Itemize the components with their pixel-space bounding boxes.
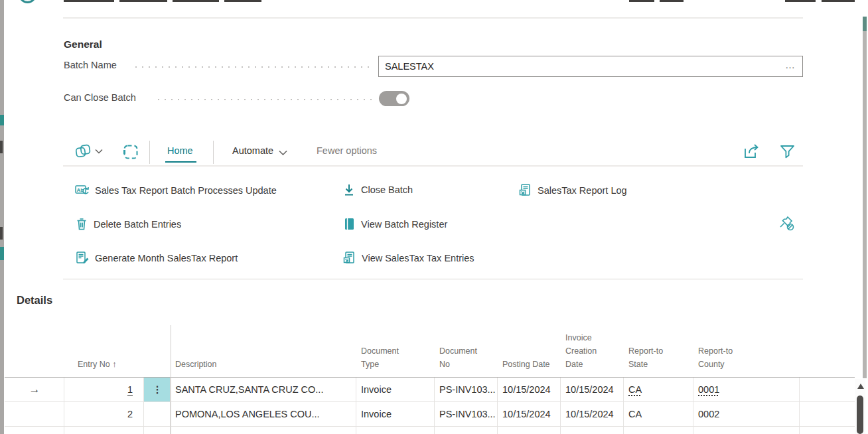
partial-row-cell[interactable]	[561, 427, 624, 434]
freeze-pane-divider	[171, 325, 171, 434]
batch-name-label: Batch Name	[64, 60, 117, 70]
tab-home-active-underline	[165, 161, 196, 163]
cell-entry-no[interactable]: 2	[64, 402, 144, 427]
details-table: Entry No ↑ Description Document Type Doc…	[5, 325, 855, 434]
col-header-indicator	[5, 325, 64, 378]
cell-report-to-county[interactable]: 0001	[693, 378, 800, 402]
cell-filler	[800, 378, 855, 402]
switch-actions-icon[interactable]	[74, 143, 94, 161]
design-mode-icon[interactable]	[123, 144, 139, 160]
col-header-report-to-county[interactable]: Report-to County	[693, 325, 800, 378]
partial-row-cell[interactable]	[624, 427, 693, 434]
cell-report-to-state[interactable]: CA	[624, 402, 693, 427]
clipped-toolbar-fragment	[629, 0, 654, 2]
generate-report-icon	[75, 251, 90, 265]
menu-divider	[213, 141, 214, 164]
action-salestax-report-log[interactable]: SalesTax Report Log	[518, 183, 627, 197]
chevron-down-icon	[279, 150, 287, 156]
chevron-down-icon[interactable]	[95, 149, 103, 154]
filter-icon[interactable]	[780, 144, 795, 159]
col-header-description[interactable]: Description	[171, 325, 356, 378]
batch-name-input[interactable]	[378, 56, 803, 77]
selected-row-indicator: →	[5, 378, 64, 402]
action-view-salestax-tax-entries[interactable]: View SalesTax Tax Entries	[342, 251, 474, 265]
partial-row-cell[interactable]	[64, 427, 144, 434]
col-header-document-no[interactable]: Document No	[435, 325, 498, 378]
clipped-text-fragment	[0, 227, 3, 240]
toggle-knob	[396, 94, 407, 104]
general-section-heading: General	[64, 38, 102, 50]
col-header-document-type[interactable]: Document Type	[356, 325, 435, 378]
fewer-options-button[interactable]: Fewer options	[317, 145, 377, 156]
can-close-batch-toggle[interactable]	[379, 91, 409, 106]
dotted-leader	[158, 99, 373, 100]
cell-posting-date[interactable]: 10/15/2024	[498, 378, 561, 402]
share-icon[interactable]	[743, 143, 762, 160]
action-sales-tax-report-batch-processes-update[interactable]: Ab Sales Tax Report Batch Processes Upda…	[75, 183, 277, 197]
register-icon	[342, 217, 356, 231]
clipped-toolbar-fragment	[224, 0, 261, 2]
partial-row-cell[interactable]	[498, 427, 561, 434]
clipped-toolbar-fragment	[173, 0, 219, 2]
cell-invoice-creation-date[interactable]: 10/15/2024	[561, 378, 624, 402]
cell-report-to-county[interactable]: 0002	[693, 402, 800, 427]
cell-filler	[800, 402, 855, 427]
cell-entry-no[interactable]: 1	[64, 378, 144, 402]
row-menu-button[interactable]: ⋮	[144, 378, 171, 402]
action-generate-month-salestax-report[interactable]: Generate Month SalesTax Report	[75, 251, 238, 265]
row-indicator[interactable]	[5, 427, 64, 434]
table-scrollbar-thumb[interactable]	[857, 396, 863, 434]
col-header-entry-no[interactable]: Entry No ↑	[64, 325, 144, 378]
action-view-batch-register[interactable]: View Batch Register	[342, 217, 447, 231]
partial-row-cell[interactable]	[693, 427, 800, 434]
clipped-toolbar-fragment	[660, 0, 684, 2]
cell-document-no[interactable]: PS-INV103...	[435, 402, 498, 427]
scroll-up-arrow-icon[interactable]	[857, 384, 864, 389]
report-log-icon	[518, 183, 532, 197]
header-divider	[63, 17, 803, 19]
cell-posting-date[interactable]: 10/15/2024	[498, 402, 561, 427]
row-menu-cell[interactable]	[144, 402, 171, 427]
partial-row-cell[interactable]	[144, 427, 171, 434]
clipped-text-fragment	[0, 247, 4, 260]
cell-document-type[interactable]: Invoice	[356, 402, 435, 427]
partial-row-cell[interactable]	[356, 427, 435, 434]
tab-home[interactable]: Home	[167, 145, 193, 156]
batch-card-dialog: General Batch Name … Can Close Batch Hom…	[0, 0, 868, 434]
clipped-toolbar-fragment	[785, 0, 816, 2]
can-close-batch-label: Can Close Batch	[64, 92, 136, 103]
assist-edit-button[interactable]: …	[780, 56, 800, 77]
action-delete-batch-entries[interactable]: Delete Batch Entries	[75, 217, 181, 231]
cell-document-type[interactable]: Invoice	[356, 378, 435, 402]
menu-divider	[149, 141, 150, 164]
partial-row-cell[interactable]	[435, 427, 498, 434]
clipped-text-fragment	[0, 141, 3, 153]
clipped-text-fragment	[0, 115, 4, 125]
cell-description[interactable]: POMONA,LOS ANGELES COU...	[171, 402, 356, 427]
dotted-leader	[135, 66, 373, 68]
details-section-heading: Details	[17, 294, 52, 307]
col-header-filler	[800, 325, 855, 378]
tab-automate[interactable]: Automate	[232, 145, 273, 156]
cell-report-to-state[interactable]: CA	[624, 378, 693, 402]
action-close-batch[interactable]: Close Batch	[342, 183, 413, 196]
row-indicator[interactable]	[5, 402, 64, 427]
page-scrollbar-cap	[863, 17, 867, 31]
unpin-icon[interactable]	[778, 214, 796, 234]
cell-description[interactable]: SANTA CRUZ,SANTA CRUZ CO...	[171, 378, 356, 402]
col-header-report-to-state[interactable]: Report-to State	[624, 325, 693, 378]
cell-document-no[interactable]: PS-INV103...	[435, 378, 498, 402]
cell-invoice-creation-date[interactable]: 10/15/2024	[561, 402, 624, 427]
clipped-avatar-circle	[19, 0, 36, 3]
tax-entries-icon	[342, 251, 356, 265]
page-scrollbar-rail[interactable]	[863, 17, 867, 378]
section-divider	[63, 279, 803, 279]
page-left-scroll-strip[interactable]	[0, 0, 4, 434]
partial-row-cell[interactable]	[171, 427, 356, 434]
col-header-invoice-creation-date[interactable]: Invoice Creation Date	[561, 325, 624, 378]
clipped-toolbar-fragment	[822, 0, 855, 2]
delete-icon	[75, 217, 88, 231]
update-icon: Ab	[75, 183, 90, 197]
col-header-posting-date[interactable]: Posting Date	[498, 325, 561, 378]
action-bar-divider	[63, 165, 803, 167]
